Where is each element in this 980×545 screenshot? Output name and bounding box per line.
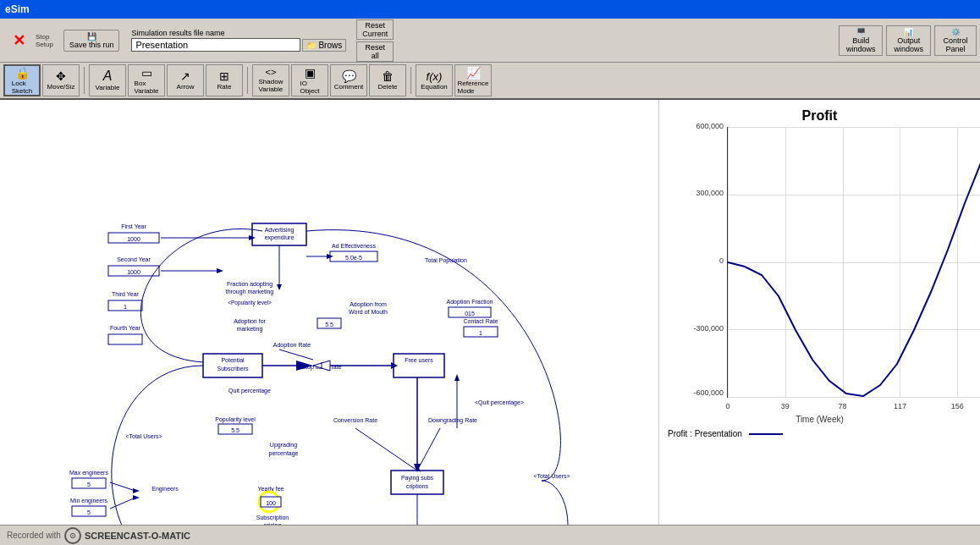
svg-line-104: [355, 428, 417, 471]
toolbar-comment[interactable]: 💬 Comment: [330, 64, 367, 96]
svg-marker-83: [391, 362, 398, 369]
svg-marker-92: [327, 254, 333, 259]
toolbar-rate[interactable]: ⊞ Rate: [206, 64, 243, 96]
grid-line: [728, 397, 980, 398]
stop-save-group: ✕ StopSetup 💾Save this run: [3, 30, 119, 52]
svg-text:Popularity level: Popularity level: [215, 416, 256, 423]
toolbar-box-variable[interactable]: ▭ BoxVariable: [128, 64, 165, 96]
toolbar-lock-sketch[interactable]: 🔒 LockSketch: [3, 64, 41, 96]
canvas-area[interactable]: Potential Subscribers Free users Paying …: [0, 100, 658, 525]
toolbar-variable[interactable]: A Variable: [89, 64, 126, 96]
svg-marker-90: [217, 268, 223, 273]
svg-rect-65: [261, 497, 281, 507]
stop-button[interactable]: ✕: [3, 30, 34, 52]
equation-icon: f(x): [427, 71, 443, 82]
svg-text:Downgrading Rate: Downgrading Rate: [428, 417, 477, 424]
svg-text:Quit percentage: Quit percentage: [228, 388, 271, 394]
rate-icon: ⊞: [219, 70, 229, 82]
output-windows-button[interactable]: 📊Outputwindows: [886, 25, 931, 56]
reset-current-button[interactable]: ResetCurrent: [356, 19, 394, 40]
svg-text:015: 015: [465, 311, 475, 317]
svg-rect-48: [218, 424, 252, 434]
sim-file-label: Simulation results file name: [131, 29, 346, 37]
variable-icon: A: [103, 69, 113, 83]
svg-rect-3: [394, 354, 444, 377]
x-label-39: 39: [781, 402, 790, 410]
svg-text:5: 5: [87, 482, 91, 487]
screencast-badge: Recorded with ⊙ SCREENCAST-O-MATIC: [7, 527, 190, 544]
svg-text:1000: 1000: [127, 236, 140, 242]
toolbar-shadow-variable[interactable]: <> ShadowVariable: [252, 64, 289, 96]
chart-container: 600,000 300,000 0 -300,000 -600,000 0 39…: [727, 127, 980, 398]
svg-text:Word of Mouth: Word of Mouth: [349, 309, 388, 315]
svg-rect-23: [108, 334, 142, 344]
toolbar-io-object[interactable]: ▣ IOObject: [291, 64, 328, 96]
save-this-run-button[interactable]: 💾Save this run: [63, 30, 120, 52]
lock-icon: 🔒: [15, 67, 30, 79]
svg-rect-8: [252, 223, 306, 245]
right-buttons: 🖥️Buildwindows 📊Outputwindows ⚙️ControlP…: [839, 25, 977, 56]
sim-file-input[interactable]: [131, 38, 300, 52]
y-label-0: 0: [677, 256, 724, 265]
svg-text:<Quit percentage>: <Quit percentage>: [475, 399, 524, 406]
svg-text:<Popularity level>: <Popularity level>: [228, 300, 272, 306]
legend-line: [749, 433, 783, 435]
variable-label: Variable: [96, 84, 120, 91]
toolbar-equation[interactable]: f(x) Equation: [416, 64, 453, 96]
svg-text:<Total Users>: <Total Users>: [533, 473, 570, 479]
reset-all-button[interactable]: Resetall: [356, 41, 394, 62]
sim-file-input-row: 📁 Brows: [131, 38, 346, 52]
chart-legend: Profit : Presentation: [668, 429, 972, 438]
folder-icon: 📁: [306, 41, 317, 50]
build-windows-button[interactable]: 🖥️Buildwindows: [839, 25, 884, 56]
svg-text:Stop using rate: Stop using rate: [301, 364, 341, 371]
svg-text:Fraction adopting: Fraction adopting: [227, 281, 273, 288]
svg-text:1: 1: [479, 330, 482, 336]
toolbar-arrow[interactable]: ↗ Arrow: [167, 64, 204, 96]
svg-text:Adoption Rate: Adoption Rate: [273, 342, 311, 349]
move-label: Move/Siz: [47, 83, 75, 91]
browse-button[interactable]: 📁 Brows: [302, 39, 346, 52]
svg-rect-0: [203, 354, 262, 377]
arrow-label: Arrow: [177, 83, 195, 91]
svg-marker-80: [296, 361, 313, 371]
svg-rect-60: [72, 506, 106, 516]
x-label-0: 0: [725, 402, 729, 410]
control-panel-button[interactable]: ⚙️ControlPanel: [934, 25, 977, 56]
svg-text:First Year: First Year: [121, 223, 146, 229]
separator1: [84, 67, 85, 94]
svg-text:Max engineers: Max engineers: [69, 470, 108, 476]
svg-text:100: 100: [266, 500, 276, 506]
status-bar: Recorded with ⊙ SCREENCAST-O-MATIC: [0, 525, 980, 545]
toolbar-row1: ✕ StopSetup 💾Save this run Simulation re…: [0, 19, 980, 63]
separator2: [247, 67, 248, 94]
svg-marker-96: [133, 488, 140, 493]
svg-text:Paying subs: Paying subs: [401, 475, 434, 482]
brand-text: SCREENCAST-O-MATIC: [85, 531, 190, 541]
x-label-156: 156: [951, 402, 964, 410]
toolbar-move-size[interactable]: ✥ Move/Siz: [42, 64, 80, 96]
app-title: eSim: [5, 3, 30, 15]
toolbar-reference-mode[interactable]: 📈 ReferenceMode: [454, 64, 492, 96]
svg-marker-105: [415, 465, 421, 472]
svg-text:5.5: 5.5: [325, 322, 333, 328]
sim-file-section: Simulation results file name 📁 Brows: [131, 29, 346, 52]
svg-marker-81: [313, 361, 330, 371]
io-label: IOObject: [300, 80, 319, 95]
svg-rect-17: [108, 266, 159, 276]
x-label-117: 117: [894, 402, 906, 410]
svg-text:criptions: criptions: [406, 483, 429, 490]
diagram-svg: Potential Subscribers Free users Paying …: [0, 100, 658, 525]
comment-label: Comment: [334, 83, 364, 91]
svg-rect-5: [391, 471, 443, 494]
svg-point-64: [259, 492, 279, 512]
svg-text:marketing: marketing: [237, 326, 263, 333]
svg-rect-20: [108, 300, 142, 311]
box-variable-label: BoxVariable: [135, 80, 159, 95]
svg-rect-25: [330, 251, 377, 261]
svg-line-93: [279, 350, 313, 360]
delete-label: Delete: [377, 83, 397, 91]
svg-marker-86: [277, 284, 282, 290]
toolbar-delete[interactable]: 🗑 Delete: [369, 64, 406, 96]
svg-line-95: [110, 482, 135, 491]
